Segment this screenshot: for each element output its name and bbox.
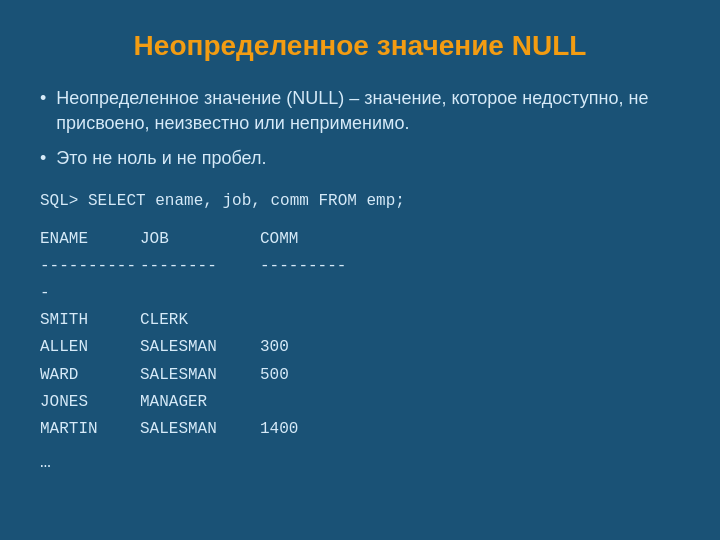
table-header-row: ENAME JOB COMM	[40, 226, 680, 253]
row1-comm	[260, 307, 360, 334]
table-row: ALLEN SALESMAN 300	[40, 334, 680, 361]
row2-job: SALESMAN	[140, 334, 260, 361]
slide: Неопределенное значение NULL Неопределен…	[0, 0, 720, 540]
row3-job: SALESMAN	[140, 362, 260, 389]
header-job: JOB	[140, 226, 260, 253]
sep-ename: -----------	[40, 253, 140, 307]
sql-query: SQL> SELECT ename, job, comm FROM emp;	[40, 192, 680, 210]
table-ellipsis: …	[40, 447, 680, 478]
row2-ename: ALLEN	[40, 334, 140, 361]
row2-comm: 300	[260, 334, 360, 361]
table-separator-row: ----------- -------- ---------	[40, 253, 680, 307]
header-ename: ENAME	[40, 226, 140, 253]
row5-comm: 1400	[260, 416, 360, 443]
header-comm: COMM	[260, 226, 360, 253]
row5-job: SALESMAN	[140, 416, 260, 443]
row4-job: MANAGER	[140, 389, 260, 416]
table-row: SMITH CLERK	[40, 307, 680, 334]
bullet-item-1: Неопределенное значение (NULL) – значени…	[40, 86, 680, 136]
table-row: MARTIN SALESMAN 1400	[40, 416, 680, 443]
bullet-list: Неопределенное значение (NULL) – значени…	[40, 86, 680, 172]
table-row: WARD SALESMAN 500	[40, 362, 680, 389]
row5-ename: MARTIN	[40, 416, 140, 443]
sep-comm: ---------	[260, 253, 360, 307]
sql-table: ENAME JOB COMM ----------- -------- ----…	[40, 226, 680, 478]
row3-ename: WARD	[40, 362, 140, 389]
table-row: JONES MANAGER	[40, 389, 680, 416]
sep-job: --------	[140, 253, 260, 307]
row1-job: CLERK	[140, 307, 260, 334]
row4-comm	[260, 389, 360, 416]
row4-ename: JONES	[40, 389, 140, 416]
row3-comm: 500	[260, 362, 360, 389]
slide-title: Неопределенное значение NULL	[40, 30, 680, 62]
bullet-item-2: Это не ноль и не пробел.	[40, 146, 680, 171]
row1-ename: SMITH	[40, 307, 140, 334]
